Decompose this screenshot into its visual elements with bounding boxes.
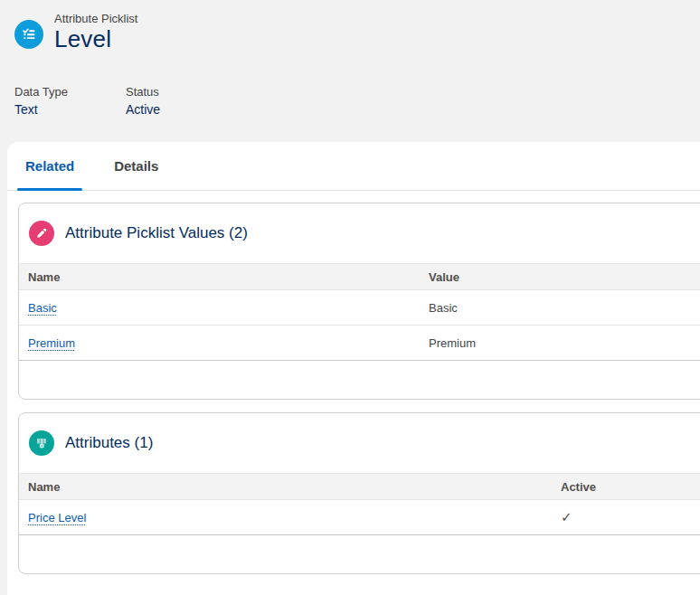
card-header: Attributes (1) <box>19 413 700 473</box>
field-label: Status <box>126 85 160 99</box>
table-row: Premium Premium <box>19 326 700 361</box>
field-data-type: Data Type Text <box>14 85 126 117</box>
record-detail-panel: Related Details Attribute Picklist Value… <box>7 142 700 595</box>
related-list-attributes: Attributes (1) Name Active Price Level ✓ <box>18 412 700 574</box>
barcode-gear-icon <box>34 436 49 450</box>
checkmark-icon: ✓ <box>561 509 572 524</box>
card-title[interactable]: Attributes (1) <box>65 434 153 452</box>
card-footer <box>19 361 700 399</box>
column-header-active[interactable]: Active <box>552 474 700 500</box>
attribute-icon <box>29 430 54 456</box>
tab-details[interactable]: Details <box>106 142 166 190</box>
record-link-price-level[interactable]: Price Level <box>28 511 86 524</box>
related-list-attribute-picklist-values: Attribute Picklist Values (2) Name Value… <box>18 203 700 400</box>
field-status: Status Active <box>126 85 160 117</box>
table-row: Basic Basic <box>19 290 700 326</box>
picklist-icon-glyph <box>20 25 38 43</box>
field-label: Data Type <box>14 85 126 99</box>
picklist-values-table: Name Value Basic Basic Premium Premium <box>19 263 700 361</box>
column-header-name[interactable]: Name <box>19 474 552 500</box>
column-header-name[interactable]: Name <box>19 264 420 290</box>
record-link-premium[interactable]: Premium <box>28 336 75 350</box>
attributes-table: Name Active Price Level ✓ <box>19 473 700 535</box>
card-footer <box>19 535 700 573</box>
card-header: Attribute Picklist Values (2) <box>19 203 700 263</box>
attribute-picklist-icon <box>14 20 43 49</box>
card-title[interactable]: Attribute Picklist Values (2) <box>65 224 248 242</box>
pencil-icon <box>34 226 49 241</box>
column-header-value[interactable]: Value <box>420 264 700 290</box>
tab-bar: Related Details <box>7 142 700 191</box>
header-fields: Data Type Text Status Active <box>14 85 160 117</box>
field-value: Text <box>14 102 126 117</box>
field-value: Active <box>126 102 160 117</box>
entity-label: Attribute Picklist <box>54 12 137 25</box>
cell-value: Premium <box>420 326 700 361</box>
page-title: Level <box>54 25 111 53</box>
record-link-basic[interactable]: Basic <box>28 301 57 315</box>
table-header-row: Name Value <box>19 264 700 290</box>
picklist-value-icon <box>29 221 54 246</box>
table-header-row: Name Active <box>19 474 700 500</box>
table-row: Price Level ✓ <box>19 500 700 535</box>
tab-related[interactable]: Related <box>17 142 82 190</box>
cell-value: Basic <box>420 290 700 326</box>
